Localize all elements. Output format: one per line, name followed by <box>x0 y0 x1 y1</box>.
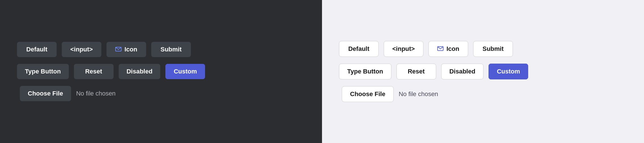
dark-reset-button[interactable]: Reset <box>74 64 114 79</box>
light-no-file-label: No file chosen <box>399 90 438 98</box>
envelope-icon <box>115 46 121 53</box>
dark-type-button-button[interactable]: Type Button <box>17 64 69 79</box>
dark-row-2: Type Button Reset Disabled Custom <box>17 64 305 79</box>
dark-submit-label: Submit <box>161 46 182 53</box>
light-panel: Default <input> Icon Submit Type Button … <box>322 0 644 143</box>
dark-choose-file-label: Choose File <box>28 90 63 97</box>
light-icon-button[interactable]: Icon <box>428 41 468 57</box>
dark-custom-button[interactable]: Custom <box>165 64 205 79</box>
dark-input-button[interactable]: <input> <box>62 42 101 57</box>
light-custom-label: Custom <box>497 68 520 75</box>
light-default-button[interactable]: Default <box>339 41 379 57</box>
dark-type-button-label: Type Button <box>25 68 61 75</box>
light-row-2: Type Button Reset Disabled Custom <box>339 64 627 79</box>
light-row-1: Default <input> Icon Submit <box>339 41 627 57</box>
light-choose-file-button[interactable]: Choose File <box>342 86 394 102</box>
envelope-icon-light <box>437 45 443 53</box>
light-type-button-button[interactable]: Type Button <box>339 64 391 79</box>
light-file-row: Choose File No file chosen <box>339 86 627 102</box>
light-type-button-label: Type Button <box>347 68 383 75</box>
dark-default-label: Default <box>26 46 48 53</box>
dark-custom-label: Custom <box>174 68 197 75</box>
dark-disabled-label: Disabled <box>127 68 153 75</box>
dark-choose-file-button[interactable]: Choose File <box>20 86 71 101</box>
light-reset-label: Reset <box>408 68 425 75</box>
light-submit-button[interactable]: Submit <box>473 41 513 57</box>
dark-reset-label: Reset <box>85 68 102 75</box>
light-reset-button[interactable]: Reset <box>396 64 436 79</box>
light-input-label: <input> <box>392 45 415 53</box>
light-default-label: Default <box>348 45 370 53</box>
light-disabled-button[interactable]: Disabled <box>441 64 484 79</box>
dark-disabled-button[interactable]: Disabled <box>119 64 161 79</box>
light-disabled-label: Disabled <box>449 68 475 75</box>
dark-submit-button[interactable]: Submit <box>151 42 191 57</box>
light-icon-label: Icon <box>446 45 459 53</box>
dark-no-file-label: No file chosen <box>76 90 116 97</box>
dark-input-label: <input> <box>70 46 93 53</box>
light-submit-label: Submit <box>483 45 504 53</box>
dark-default-button[interactable]: Default <box>17 42 57 57</box>
light-input-button[interactable]: <input> <box>384 41 423 57</box>
dark-icon-label: Icon <box>124 46 137 53</box>
dark-file-row: Choose File No file chosen <box>17 86 305 101</box>
light-choose-file-label: Choose File <box>350 90 385 97</box>
light-custom-button[interactable]: Custom <box>489 64 528 79</box>
dark-row-1: Default <input> Icon Submit <box>17 42 305 57</box>
dark-icon-button[interactable]: Icon <box>106 42 146 57</box>
dark-panel: Default <input> Icon Submit Type Button … <box>0 0 322 143</box>
